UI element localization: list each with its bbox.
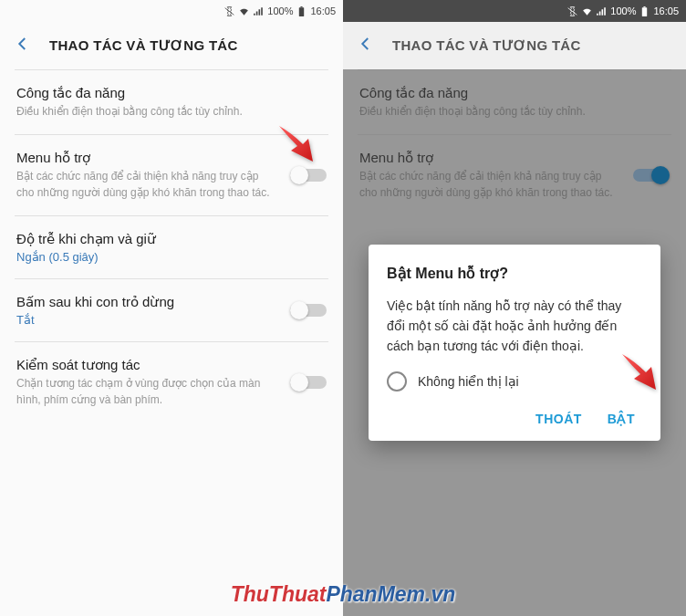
battery-percent: 100%: [267, 5, 293, 16]
row-interaction-control[interactable]: Kiểm soát tương tác Chặn tương tác chạm …: [0, 342, 343, 423]
dialog-cancel-button[interactable]: THOÁT: [535, 412, 582, 426]
row-title: Bấm sau khi con trỏ dừng: [16, 294, 327, 310]
toggle-thumb: [290, 166, 308, 184]
dialog-body: Việc bật tính năng hỗ trợ này có thể tha…: [387, 297, 642, 356]
back-button[interactable]: [358, 36, 374, 56]
svg-rect-2: [301, 6, 303, 7]
phone-left-screen: 100% 16:05 THAO TÁC VÀ TƯƠNG TÁC Công tắ…: [0, 0, 343, 616]
svg-rect-4: [642, 7, 647, 16]
row-value: Tắt: [16, 313, 327, 327]
row-title: Độ trễ khi chạm và giữ: [16, 231, 327, 247]
phone-right-screen: 100% 16:05 THAO TÁC VÀ TƯƠNG TÁC Công tắ…: [343, 0, 686, 616]
row-desc: Chặn tương tác chạm ở vùng được chọn của…: [16, 376, 327, 408]
toggle-thumb: [290, 301, 308, 319]
dialog-overlay: Bật Menu hỗ trợ? Việc bật tính năng hỗ t…: [343, 69, 686, 616]
svg-line-0: [225, 7, 234, 15]
confirm-dialog: Bật Menu hỗ trợ? Việc bật tính năng hỗ t…: [369, 245, 660, 440]
checkbox-circle-icon: [387, 371, 407, 392]
row-assistant-menu[interactable]: Menu hỗ trợ Bật các chức năng để cải thi…: [0, 135, 343, 215]
clock-text: 16:05: [310, 5, 336, 16]
vibrate-icon: [566, 5, 578, 17]
row-touch-hold-delay[interactable]: Độ trễ khi chạm và giữ Ngắn (0.5 giây): [0, 216, 343, 278]
toggle-interaction-control[interactable]: [290, 372, 327, 392]
wifi-icon: [581, 5, 593, 17]
clock-text: 16:05: [653, 5, 679, 16]
signal-icon: [253, 5, 265, 17]
page-title: THAO TÁC VÀ TƯƠNG TÁC: [392, 37, 581, 54]
row-desc: Điều khiển điện thoại bằng công tắc tùy …: [16, 104, 327, 120]
status-bar: 100% 16:05: [0, 0, 343, 22]
toggle-assistant-menu[interactable]: [290, 165, 327, 185]
battery-percent: 100%: [610, 5, 636, 16]
toggle-thumb: [290, 373, 308, 392]
dialog-ok-button[interactable]: BẬT: [608, 412, 635, 426]
battery-icon: [639, 5, 650, 17]
row-tap-after-hover[interactable]: Bấm sau khi con trỏ dừng Tắt: [0, 279, 343, 341]
app-header: THAO TÁC VÀ TƯƠNG TÁC: [0, 22, 343, 69]
svg-line-3: [568, 7, 577, 15]
app-header: THAO TÁC VÀ TƯƠNG TÁC: [343, 22, 686, 69]
row-value: Ngắn (0.5 giây): [16, 250, 327, 264]
dialog-actions: THOÁT BẬT: [387, 404, 642, 432]
page-title: THAO TÁC VÀ TƯƠNG TÁC: [49, 37, 238, 54]
chevron-left-icon: [15, 36, 31, 52]
row-title: Menu hỗ trợ: [16, 150, 327, 166]
signal-icon: [596, 5, 608, 17]
row-desc: Bật các chức năng để cải thiện khả năng …: [16, 169, 327, 201]
status-bar: 100% 16:05: [343, 0, 686, 22]
battery-icon: [296, 5, 307, 17]
dialog-title: Bật Menu hỗ trợ?: [387, 265, 642, 282]
chevron-left-icon: [358, 36, 374, 52]
toggle-tap-after-hover[interactable]: [290, 300, 327, 320]
dialog-checkbox-label: Không hiển thị lại: [418, 374, 519, 389]
wifi-icon: [238, 5, 250, 17]
row-title: Kiểm soát tương tác: [16, 357, 327, 373]
svg-rect-5: [644, 6, 646, 7]
row-universal-switch[interactable]: Công tắc đa năng Điều khiển điện thoại b…: [0, 70, 343, 134]
dialog-checkbox-row[interactable]: Không hiển thị lại: [387, 371, 642, 392]
row-title: Công tắc đa năng: [16, 85, 327, 101]
back-button[interactable]: [15, 36, 31, 56]
svg-rect-1: [299, 7, 304, 16]
vibrate-icon: [223, 5, 235, 17]
